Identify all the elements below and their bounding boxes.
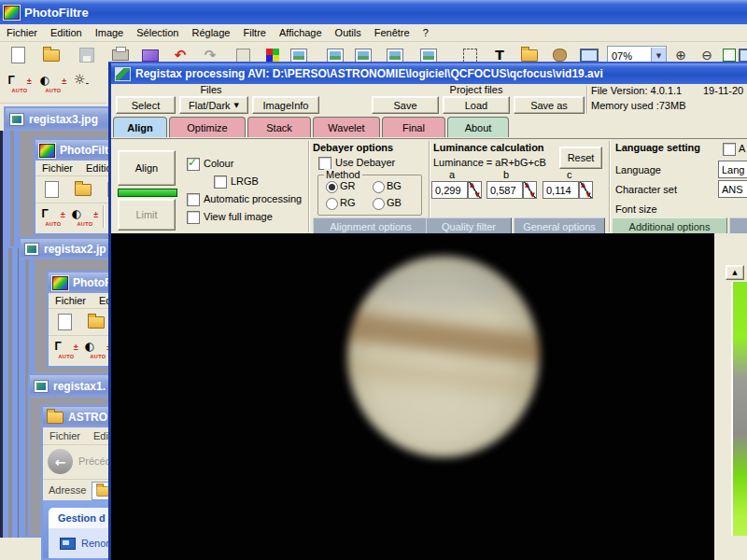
menu-aide[interactable]: ? <box>416 25 435 40</box>
language-auto-label[interactable]: A <box>739 143 745 154</box>
automatic-processing-checkbox[interactable] <box>187 193 200 206</box>
menu-fenetre[interactable]: Fenêtre <box>368 25 416 40</box>
menu-image[interactable]: Image <box>89 25 131 40</box>
radio-bg-label[interactable]: BG <box>387 180 402 191</box>
automatic-processing-label[interactable]: Automatic processing <box>204 193 302 204</box>
reset-button[interactable]: Reset <box>559 147 602 169</box>
coef-c-field[interactable]: 0,114 <box>543 181 579 199</box>
menu-fichier[interactable]: Fichier <box>49 293 92 308</box>
radio-gr[interactable] <box>326 181 338 193</box>
image-display-area[interactable] <box>111 233 714 560</box>
photofiltre-app-icon <box>52 276 68 290</box>
use-debayer-checkbox[interactable] <box>318 157 331 170</box>
jupiter-image <box>347 256 540 457</box>
menu-fichier[interactable]: Fichier <box>35 161 79 175</box>
limit-button[interactable]: Limit <box>118 199 176 231</box>
imageinfo-button[interactable]: ImageInfo <box>252 96 319 114</box>
right-side-column: ▲ <box>714 233 747 560</box>
use-debayer-label[interactable]: Use Debayer <box>335 157 395 168</box>
debayer-header: Debayer options <box>313 142 393 153</box>
spin-up-icon[interactable]: ▲ <box>470 181 474 189</box>
zoom-value: 07% <box>608 50 651 62</box>
lrgb-checkbox[interactable] <box>214 175 227 189</box>
load-button[interactable]: Load <box>443 96 510 114</box>
dropdown-arrow-icon: ▼ <box>234 102 239 109</box>
gamma-auto-icon[interactable]: Γ± AUTO <box>39 205 67 231</box>
new-document-icon[interactable] <box>41 179 62 200</box>
language-auto-checkbox[interactable] <box>723 143 736 156</box>
radio-gb-label[interactable]: GB <box>387 197 402 208</box>
spin-up-icon[interactable]: ▲ <box>581 181 585 189</box>
check-icon: ✓ <box>188 156 197 169</box>
saveas-button[interactable]: Save as <box>514 96 585 114</box>
gamma-auto-icon[interactable]: Γ± AUTO <box>6 71 34 99</box>
radio-gb[interactable] <box>373 198 385 210</box>
save-button[interactable]: Save <box>372 96 439 114</box>
open-folder-icon[interactable] <box>86 312 106 332</box>
panel-separator <box>308 141 309 232</box>
contrast-auto-icon[interactable]: ◐± AUTO <box>39 71 67 99</box>
new-document-icon[interactable] <box>7 45 28 65</box>
tab-stack[interactable]: Stack <box>247 117 311 137</box>
menu-reglage[interactable]: Réglage <box>186 25 237 40</box>
save-icon[interactable] <box>77 45 97 65</box>
align-button[interactable]: Align <box>118 150 176 186</box>
align-progress-bar <box>118 189 177 197</box>
menu-outils[interactable]: Outils <box>329 25 368 40</box>
contrast-auto-icon[interactable]: ◐± AUTO <box>71 205 99 231</box>
view-full-image-checkbox[interactable] <box>187 211 200 224</box>
menu-affichage[interactable]: Affichage <box>273 25 329 40</box>
back-button[interactable]: ← <box>48 449 73 474</box>
coef-b-spinner[interactable]: ▲ ▼ <box>523 181 537 199</box>
tab-wavelet[interactable]: Wavelet <box>313 117 380 137</box>
menu-filtre[interactable]: Filtre <box>236 25 272 40</box>
folder-icon <box>47 412 63 424</box>
brightness-minus-icon[interactable]: ☼- <box>71 69 92 90</box>
registax-titlebar[interactable]: Registax processing AVI: D:\PERSO\ASTRON… <box>111 63 747 84</box>
photofiltre-menubar: Fichier Edition Image Sélection Réglage … <box>0 24 747 42</box>
jupiter-cloud-band <box>347 311 540 367</box>
flatdark-button[interactable]: Flat/Dark ▼ <box>179 96 248 114</box>
charset-label: Character set <box>615 184 677 195</box>
view-full-image-label[interactable]: View full image <box>204 211 273 222</box>
coef-a-spinner[interactable]: ▲ ▼ <box>468 181 482 199</box>
tab-about[interactable]: About <box>447 117 509 137</box>
select-button[interactable]: Select <box>116 96 176 114</box>
lrgb-label[interactable]: LRGB <box>231 175 259 187</box>
tab-final[interactable]: Final <box>382 117 445 137</box>
charset-dropdown[interactable]: ANS <box>718 180 747 198</box>
toolbar-separator <box>103 205 104 228</box>
image-file-icon <box>34 380 49 393</box>
colour-checkbox[interactable]: ✓ <box>187 158 200 171</box>
spin-down-icon[interactable]: ▼ <box>530 191 535 199</box>
jupiter-cloud-band-2 <box>347 355 540 399</box>
new-document-icon[interactable] <box>54 312 75 332</box>
spin-down-icon[interactable]: ▼ <box>586 191 591 199</box>
radio-gr-label[interactable]: GR <box>340 180 356 191</box>
tab-optimize[interactable]: Optimize <box>169 117 246 137</box>
radio-bg[interactable] <box>373 181 385 193</box>
menu-fichier[interactable]: Fichier <box>43 428 87 443</box>
tab-align[interactable]: Align <box>113 117 167 137</box>
files-group-label: Files <box>176 84 246 95</box>
menu-fichier[interactable]: Fichier <box>0 25 44 40</box>
spin-down-icon[interactable]: ▼ <box>475 191 480 199</box>
radio-rg-label[interactable]: RG <box>340 197 356 208</box>
coef-a-field[interactable]: 0,299 <box>431 181 468 199</box>
spin-up-icon[interactable]: ▲ <box>525 181 529 189</box>
radio-rg[interactable] <box>326 198 338 210</box>
coef-b-field[interactable]: 0,587 <box>486 181 523 199</box>
language-dropdown[interactable]: Lang <box>718 161 747 178</box>
coef-c-label: c <box>567 169 572 180</box>
scroll-up-button[interactable]: ▲ <box>726 265 744 280</box>
photofiltre-titlebar[interactable]: PhotoFiltre <box>0 0 747 24</box>
gamma-auto-icon[interactable]: Γ± AUTO <box>52 338 80 364</box>
menu-edition[interactable]: Edition <box>44 25 89 40</box>
open-folder-icon[interactable] <box>41 45 62 65</box>
panel-separator <box>609 141 610 232</box>
memory-used-text: Memory used :73MB <box>591 100 685 111</box>
menu-selection[interactable]: Sélection <box>130 25 185 40</box>
coef-c-spinner[interactable]: ▲ ▼ <box>579 181 593 199</box>
open-folder-icon[interactable] <box>73 179 93 200</box>
colour-label[interactable]: Colour <box>204 158 233 169</box>
